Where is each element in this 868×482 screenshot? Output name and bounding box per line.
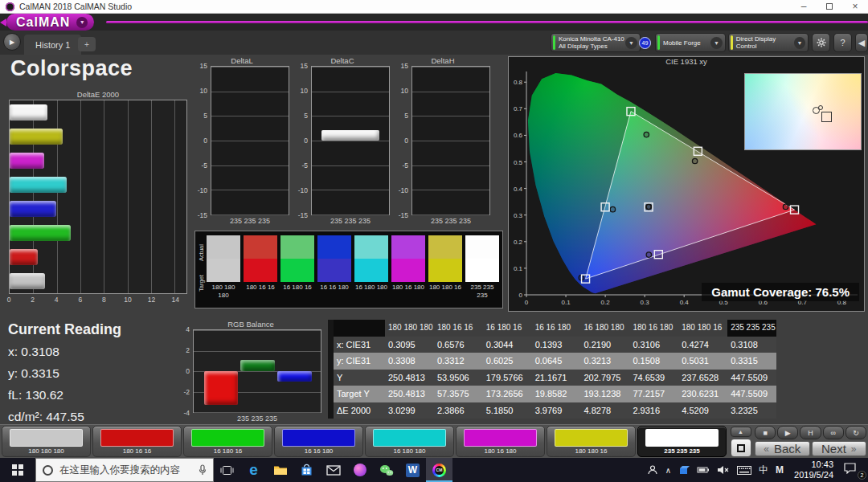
target-color bbox=[391, 259, 425, 282]
table-cell: 0.3308 bbox=[385, 353, 434, 370]
axis-tick-label: 2 bbox=[31, 296, 35, 304]
meter-dropdown[interactable]: Konica Minolta CA-410 All Display Types … bbox=[551, 33, 641, 52]
pattern-panel-expand-button[interactable]: ▲ bbox=[731, 427, 751, 437]
pattern-window-button[interactable] bbox=[731, 439, 751, 457]
table-cell: 202.7975 bbox=[581, 370, 630, 386]
stop-button[interactable]: ■ bbox=[755, 426, 776, 439]
people-icon[interactable] bbox=[647, 464, 658, 476]
onedrive-cube-icon[interactable] bbox=[678, 464, 690, 476]
volume-muted-icon[interactable] bbox=[717, 465, 730, 475]
table-cell: 2.3866 bbox=[434, 402, 483, 419]
table-cell: 250.4813 bbox=[385, 370, 434, 386]
axis-tick-label: 6 bbox=[78, 296, 82, 304]
x-axis-label: 235 235 235 bbox=[211, 215, 289, 225]
action-center-button[interactable]: 2 bbox=[844, 463, 863, 477]
chevron-left-icon: « bbox=[764, 443, 769, 455]
axis-tick-label: -10 bbox=[298, 186, 308, 194]
rgb-bar-blue bbox=[277, 371, 312, 382]
pattern-source-dropdown[interactable]: Mobile Forge ▼ bbox=[655, 33, 726, 52]
patch-label: 180 180 180 bbox=[2, 447, 90, 455]
back-button[interactable]: « Back bbox=[755, 441, 810, 456]
deltae-bar bbox=[10, 129, 63, 145]
gridline bbox=[412, 190, 489, 190]
minimize-button[interactable]: – bbox=[791, 0, 817, 13]
swatch-label: 180 180 180 bbox=[207, 284, 240, 299]
continuous-button[interactable]: ∞ bbox=[823, 426, 844, 439]
pattern-patch-button[interactable]: 180 180 16 bbox=[547, 426, 636, 457]
patch-label: 16 180 16 bbox=[184, 447, 272, 455]
task-view-icon bbox=[220, 464, 234, 476]
help-button[interactable]: ? bbox=[833, 33, 852, 52]
table-header-cell: 16 180 180 bbox=[581, 320, 630, 337]
pause-button[interactable]: H bbox=[800, 426, 821, 439]
battery-icon[interactable] bbox=[697, 466, 710, 474]
chart-title: DeltaE 2000 bbox=[6, 90, 190, 100]
svg-text:0.4: 0.4 bbox=[680, 299, 690, 306]
pattern-patch-button[interactable]: 235 235 235 bbox=[637, 426, 727, 457]
table-header-cell: 180 16 16 bbox=[434, 320, 483, 337]
pattern-patch-button[interactable]: 180 16 16 bbox=[92, 426, 182, 457]
gridline bbox=[211, 165, 289, 166]
reading-value: cd/m²: 447.55 bbox=[8, 410, 121, 424]
pattern-patch-button[interactable]: 16 16 180 bbox=[274, 426, 363, 457]
table-row-label: y: CIE31 bbox=[334, 353, 385, 370]
play-button[interactable]: ▶ bbox=[777, 426, 798, 439]
tray-expand-chevron[interactable]: ∧ bbox=[665, 466, 671, 475]
word-button[interactable]: W bbox=[399, 458, 426, 482]
restore-button[interactable] bbox=[817, 0, 842, 13]
taskbar-clock[interactable]: 10:43 2019/5/24 bbox=[794, 460, 833, 480]
refresh-button[interactable]: ↻ bbox=[845, 426, 866, 439]
display-control-dropdown[interactable]: Direct Display Control ▼ bbox=[728, 33, 809, 52]
back-label: Back bbox=[774, 442, 800, 455]
gridline bbox=[211, 190, 289, 190]
target-color bbox=[354, 259, 388, 282]
settings-button[interactable] bbox=[812, 33, 830, 52]
axis-tick-label: 0 bbox=[7, 296, 11, 304]
collapse-panel-button[interactable]: ◀ bbox=[855, 33, 868, 52]
deltae-bar bbox=[10, 104, 47, 120]
workflow-run-button[interactable]: ▶ bbox=[3, 33, 21, 51]
chevron-down-icon: ▾ bbox=[76, 17, 88, 28]
axis-tick-label: -4 bbox=[183, 409, 190, 417]
gridline bbox=[194, 412, 321, 413]
add-tab-button[interactable]: + bbox=[78, 37, 96, 51]
taskbar-search-input[interactable]: 在这里输入你要搜索的内容 bbox=[35, 458, 214, 482]
touch-keyboard-icon[interactable] bbox=[737, 466, 751, 475]
input-method-m-icon[interactable]: M bbox=[776, 464, 784, 476]
table-cell: 0.6576 bbox=[434, 337, 483, 353]
file-explorer-button[interactable] bbox=[267, 458, 293, 482]
next-button[interactable]: Next » bbox=[812, 441, 867, 456]
gridline bbox=[104, 100, 104, 293]
edge-button[interactable]: e bbox=[240, 458, 267, 482]
patch-color bbox=[10, 429, 83, 447]
store-button[interactable] bbox=[293, 458, 320, 482]
pattern-patch-button[interactable]: 180 180 180 bbox=[2, 426, 91, 457]
target-color bbox=[280, 259, 314, 282]
swatch-label: 16 180 16 bbox=[280, 284, 314, 292]
wechat-button[interactable] bbox=[373, 458, 399, 482]
table-cell: 57.3575 bbox=[434, 386, 483, 402]
paint-3d-button[interactable] bbox=[346, 458, 373, 482]
pattern-patch-button[interactable]: 16 180 16 bbox=[183, 426, 272, 457]
calman-button[interactable]: CM bbox=[426, 458, 452, 482]
svg-text:0: 0 bbox=[525, 299, 529, 306]
axis-tick-label: -15 bbox=[399, 211, 408, 219]
pattern-patch-button[interactable]: 180 16 180 bbox=[456, 426, 545, 457]
tab-history-1[interactable]: History 1 bbox=[24, 35, 81, 55]
start-button[interactable] bbox=[0, 458, 35, 482]
close-button[interactable]: × bbox=[842, 0, 868, 13]
table-cell: 5.1850 bbox=[483, 402, 532, 419]
mail-button[interactable] bbox=[320, 458, 346, 482]
calman-logo-menu[interactable]: CalMAN ▾ bbox=[6, 14, 94, 31]
color-swatch: 16 16 180 bbox=[317, 235, 351, 306]
table-cell: 3.0299 bbox=[385, 402, 434, 419]
patch-label: 16 180 180 bbox=[366, 447, 453, 455]
chart-title: DeltaH bbox=[395, 56, 490, 66]
ime-language-indicator[interactable]: 中 bbox=[759, 464, 768, 477]
pattern-patch-button[interactable]: 16 180 180 bbox=[365, 426, 454, 457]
deltae2000-x-axis: 02468101214 bbox=[9, 294, 187, 304]
task-view-button[interactable] bbox=[214, 458, 240, 482]
gridline bbox=[211, 67, 289, 67]
swatch-label: 180 16 16 bbox=[244, 284, 277, 292]
color-swatch: 180 180 16 bbox=[428, 235, 462, 306]
